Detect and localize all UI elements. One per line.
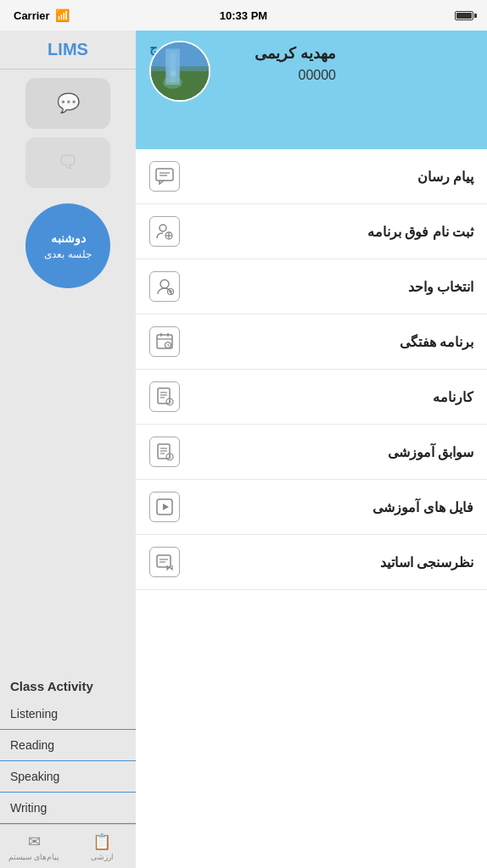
menu-item-messenger-label: پیام رسان <box>417 169 473 185</box>
wifi-icon: 📶 <box>55 8 70 22</box>
sidebar-activity-item-reading[interactable]: Reading <box>0 730 136 761</box>
carrier-label: Carrier <box>14 9 50 22</box>
sidebar-activity-item-speaking[interactable]: Speaking <box>0 761 136 793</box>
status-left: Carrier 📶 <box>14 8 70 22</box>
svg-rect-18 <box>157 335 172 348</box>
svg-marker-34 <box>163 504 169 510</box>
avatar <box>149 41 210 102</box>
sidebar: LIMS 💬 🗨 دوشنبه جلسه بعدی Class Activity… <box>0 31 136 868</box>
sidebar-footer: ✉ پیام‌های سیستم 📋 ارزشی <box>0 824 136 868</box>
menu-item-professor-survey-label: نظرسنجی اساتید <box>380 554 473 570</box>
menu-item-transcript[interactable]: کارنامه <box>136 370 487 425</box>
sidebar-logo: LIMS <box>48 40 88 59</box>
sidebar-activity-item-writing[interactable]: Writing <box>0 793 136 824</box>
profile-id: 00000 <box>255 68 336 83</box>
menu-item-unit-selection-label: انتخاب واحد <box>408 279 473 295</box>
chat-bubble-icon-2: 🗨 <box>59 152 77 174</box>
status-time: 10:33 PM <box>220 9 267 22</box>
svg-rect-7 <box>156 169 173 181</box>
menu-item-transcript-label: کارنامه <box>433 389 473 405</box>
status-bar: Carrier 📶 10:33 PM <box>0 0 487 31</box>
sidebar-footer-reports[interactable]: 📋 ارزشی <box>68 825 136 868</box>
menu-item-unit-selection[interactable]: انتخاب واحد <box>136 259 487 314</box>
menu-item-professor-survey[interactable]: نظرسنجی اساتید <box>136 535 487 590</box>
sidebar-bubble-1: 💬 <box>25 78 110 129</box>
weekly-schedule-icon <box>149 326 180 357</box>
chat-bubble-icon-1: 💬 <box>57 92 80 114</box>
reports-icon: 📋 <box>92 832 111 851</box>
menu-item-weekly-schedule[interactable]: برنامه هفتگی <box>136 314 487 370</box>
sidebar-bubble-2: 🗨 <box>25 137 110 188</box>
sidebar-activity-section: Class Activity Listening Reading Speakin… <box>0 667 136 824</box>
svg-point-14 <box>160 280 169 288</box>
svg-rect-23 <box>158 388 170 403</box>
menu-item-education-history[interactable]: سوابق آموزشی <box>136 425 487 480</box>
svg-rect-6 <box>165 49 180 86</box>
main-content: مهدیه کریمی 00000 خروج <box>136 31 487 868</box>
education-history-icon <box>149 437 180 467</box>
profile-header: مهدیه کریمی 00000 خروج <box>136 31 487 149</box>
menu-item-education-history-label: سوابق آموزشی <box>388 444 473 460</box>
sidebar-circle-day: دوشنبه <box>51 231 86 245</box>
sidebar-footer-reports-label: ارزشی <box>91 853 114 861</box>
menu-item-extra-enroll[interactable]: ثبت نام فوق برنامه <box>136 204 487 259</box>
menu-item-messenger[interactable]: پیام رسان <box>136 149 487 204</box>
messenger-icon <box>149 161 180 192</box>
sidebar-activity-item-listening[interactable]: Listening <box>0 698 136 730</box>
status-right <box>455 11 473 20</box>
battery-icon <box>455 11 473 20</box>
sidebar-activity-title: Class Activity <box>0 674 136 698</box>
educational-files-icon <box>149 492 180 522</box>
sidebar-circle-label: جلسه بعدی <box>44 248 91 260</box>
sidebar-footer-messages[interactable]: ✉ پیام‌های سیستم <box>0 825 68 868</box>
unit-selection-icon <box>149 271 180 302</box>
svg-point-10 <box>160 225 166 231</box>
menu-item-educational-files[interactable]: فایل های آموزشی <box>136 480 487 535</box>
profile-name: مهدیه کریمی <box>255 44 336 63</box>
extra-enroll-icon <box>149 216 180 247</box>
profile-info: مهدیه کریمی 00000 <box>255 41 336 83</box>
menu-item-weekly-schedule-label: برنامه هفتگی <box>400 334 473 350</box>
sidebar-icons-area: 💬 🗨 دوشنبه جلسه بعدی <box>0 70 136 667</box>
avatar-image <box>151 42 209 100</box>
sidebar-header: LIMS <box>0 31 136 70</box>
app-container: LIMS 💬 🗨 دوشنبه جلسه بعدی Class Activity… <box>0 31 487 868</box>
svg-rect-35 <box>157 555 171 567</box>
menu-list: پیام رسان ثبت نام فوق برنامه <box>136 149 487 868</box>
messages-icon: ✉ <box>28 832 41 851</box>
sidebar-footer-messages-label: پیام‌های سیستم <box>8 853 60 861</box>
menu-item-educational-files-label: فایل های آموزشی <box>372 499 473 515</box>
transcript-icon <box>149 381 180 412</box>
sidebar-circle: دوشنبه جلسه بعدی <box>25 203 110 288</box>
menu-item-extra-enroll-label: ثبت نام فوق برنامه <box>367 224 473 240</box>
professor-survey-icon <box>149 547 180 577</box>
